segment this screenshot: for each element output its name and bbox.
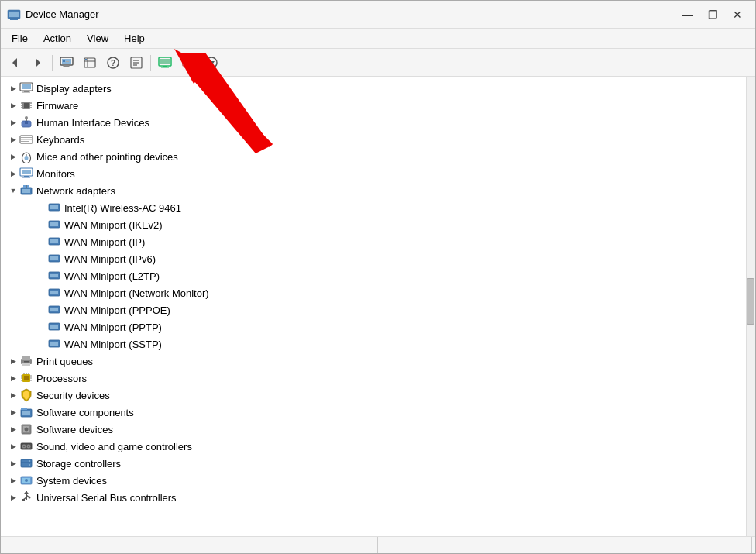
label-processors: Processors bbox=[36, 373, 87, 384]
tree-item-storage-controllers[interactable]: ▶Storage controllers bbox=[1, 455, 746, 472]
toggle-usb-controllers[interactable]: ▶ bbox=[7, 491, 19, 504]
menu-file[interactable]: File bbox=[4, 31, 36, 46]
toggle-display-adapters[interactable]: ▶ bbox=[7, 82, 19, 95]
icon-usb-controllers bbox=[19, 490, 33, 504]
tree-item-wan-pptp[interactable]: WAN Miniport (PPTP) bbox=[1, 318, 746, 335]
svg-rect-76 bbox=[50, 274, 58, 277]
tree-item-intel-wireless[interactable]: Intel(R) Wireless-AC 9461 bbox=[1, 199, 746, 216]
toggle-human-interface[interactable]: ▶ bbox=[7, 116, 19, 129]
tree-item-system-devices[interactable]: ▶System devices bbox=[1, 472, 746, 489]
icon-wan-ipv6 bbox=[47, 252, 61, 266]
toggle-wan-pppoe[interactable] bbox=[35, 304, 47, 316]
tree-item-mice[interactable]: ▶Mice and other pointing devices bbox=[1, 148, 746, 165]
toggle-storage-controllers[interactable]: ▶ bbox=[7, 457, 19, 470]
toggle-software-components[interactable]: ▶ bbox=[7, 406, 19, 418]
toggle-monitors[interactable]: ▶ bbox=[7, 167, 19, 180]
status-panel-2 bbox=[378, 537, 752, 553]
toggle-wan-sstp[interactable] bbox=[35, 338, 47, 350]
toggle-processors[interactable]: ▶ bbox=[7, 372, 19, 384]
disable-button[interactable] bbox=[201, 52, 222, 74]
menu-view[interactable]: View bbox=[79, 31, 116, 46]
label-wan-sstp: WAN Miniport (SSTP) bbox=[64, 339, 162, 350]
toggle-mice[interactable]: ▶ bbox=[7, 150, 19, 163]
tree-item-display-adapters[interactable]: ▶Display adapters bbox=[1, 80, 746, 97]
icon-monitors bbox=[19, 167, 33, 181]
title-bar: Device Manager — ❐ ✕ bbox=[1, 1, 755, 29]
toggle-wan-network-monitor[interactable] bbox=[35, 287, 47, 299]
toggle-wan-ip[interactable] bbox=[35, 236, 47, 248]
toggle-wan-ikev2[interactable] bbox=[35, 219, 47, 231]
toggle-wan-pptp[interactable] bbox=[35, 321, 47, 333]
update-driver-button[interactable] bbox=[154, 52, 176, 74]
scrollbar-thumb[interactable] bbox=[747, 278, 754, 325]
svg-rect-64 bbox=[22, 189, 30, 193]
tree-item-wan-ip[interactable]: WAN Miniport (IP) bbox=[1, 233, 746, 250]
svg-rect-80 bbox=[50, 308, 58, 311]
label-wan-pptp: WAN Miniport (PPTP) bbox=[64, 322, 162, 333]
toggle-intel-wireless[interactable] bbox=[35, 201, 47, 214]
svg-rect-11 bbox=[66, 60, 70, 60]
tree-item-software-components[interactable]: ▶Software components bbox=[1, 404, 746, 421]
maximize-button[interactable]: ❐ bbox=[701, 4, 724, 26]
svg-rect-54 bbox=[21, 139, 32, 140]
content-area: ▶Display adapters▶Firmware▶Human Interfa… bbox=[1, 77, 755, 536]
svg-rect-37 bbox=[22, 84, 31, 89]
device-tree[interactable]: ▶Display adapters▶Firmware▶Human Interfa… bbox=[1, 77, 746, 536]
toggle-wan-ipv6[interactable] bbox=[35, 253, 47, 265]
toolbar: ? bbox=[1, 49, 755, 77]
minimize-button[interactable]: — bbox=[676, 4, 699, 26]
tree-item-security-devices[interactable]: ▶Security devices bbox=[1, 387, 746, 404]
tree-item-wan-network-monitor[interactable]: WAN Miniport (Network Monitor) bbox=[1, 284, 746, 301]
tree-item-wan-pppoe[interactable]: WAN Miniport (PPPOE) bbox=[1, 301, 746, 318]
tree-item-usb-controllers[interactable]: ▶Universal Serial Bus controllers bbox=[1, 489, 746, 506]
menu-help[interactable]: Help bbox=[116, 31, 153, 46]
svg-rect-10 bbox=[63, 60, 65, 62]
menu-action[interactable]: Action bbox=[36, 31, 79, 46]
label-wan-l2tp: WAN Miniport (L2TP) bbox=[64, 270, 160, 282]
computer-view-button[interactable] bbox=[56, 52, 77, 74]
label-keyboards: Keyboards bbox=[36, 134, 84, 146]
scrollbar[interactable] bbox=[746, 77, 755, 536]
toggle-security-devices[interactable]: ▶ bbox=[7, 389, 19, 401]
status-panel-1 bbox=[4, 537, 378, 553]
tree-item-wan-sstp[interactable]: WAN Miniport (SSTP) bbox=[1, 335, 746, 353]
svg-point-51 bbox=[25, 116, 28, 119]
tree-item-software-devices[interactable]: ▶Software devices bbox=[1, 421, 746, 438]
toggle-network-adapters[interactable]: ▼ bbox=[7, 184, 19, 197]
icon-human-interface bbox=[19, 115, 33, 129]
forward-button[interactable] bbox=[27, 52, 49, 74]
close-button[interactable]: ✕ bbox=[726, 4, 749, 26]
help-button[interactable]: ? bbox=[102, 52, 124, 74]
svg-rect-49 bbox=[25, 121, 28, 124]
toggle-keyboards[interactable]: ▶ bbox=[7, 133, 19, 146]
tree-item-wan-ipv6[interactable]: WAN Miniport (IPv6) bbox=[1, 250, 746, 267]
toggle-sound-video[interactable]: ▶ bbox=[7, 440, 19, 452]
icon-security-devices bbox=[19, 388, 33, 402]
tree-item-human-interface[interactable]: ▶Human Interface Devices bbox=[1, 114, 746, 131]
svg-point-109 bbox=[23, 446, 25, 447]
tree-item-monitors[interactable]: ▶Monitors bbox=[1, 165, 746, 182]
svg-rect-16 bbox=[85, 59, 87, 60]
toggle-software-devices[interactable]: ▶ bbox=[7, 423, 19, 435]
label-software-components: Software components bbox=[36, 407, 134, 418]
tree-item-sound-video[interactable]: ▶Sound, video and game controllers bbox=[1, 438, 746, 455]
tree-item-print-queues[interactable]: ▶Print queues bbox=[1, 353, 746, 370]
toggle-firmware[interactable]: ▶ bbox=[7, 99, 19, 112]
tree-item-wan-ikev2[interactable]: WAN Miniport (IKEv2) bbox=[1, 216, 746, 233]
toggle-system-devices[interactable]: ▶ bbox=[7, 474, 19, 487]
toggle-wan-l2tp[interactable] bbox=[35, 270, 47, 282]
label-monitors: Monitors bbox=[36, 168, 75, 180]
tree-item-wan-l2tp[interactable]: WAN Miniport (L2TP) bbox=[1, 267, 746, 284]
tree-item-firmware[interactable]: ▶Firmware bbox=[1, 97, 746, 114]
tree-item-network-adapters[interactable]: ▼Network adapters bbox=[1, 182, 746, 199]
properties-button[interactable] bbox=[125, 52, 147, 74]
svg-rect-30 bbox=[184, 67, 192, 67]
back-button[interactable] bbox=[4, 52, 26, 74]
uninstall-button[interactable] bbox=[177, 52, 199, 74]
svg-rect-87 bbox=[22, 363, 30, 366]
tree-item-keyboards[interactable]: ▶Keyboards bbox=[1, 131, 746, 148]
label-wan-network-monitor: WAN Miniport (Network Monitor) bbox=[64, 287, 209, 299]
show-hidden-button[interactable] bbox=[79, 52, 101, 74]
toggle-print-queues[interactable]: ▶ bbox=[7, 355, 19, 367]
tree-item-processors[interactable]: ▶Processors bbox=[1, 370, 746, 387]
